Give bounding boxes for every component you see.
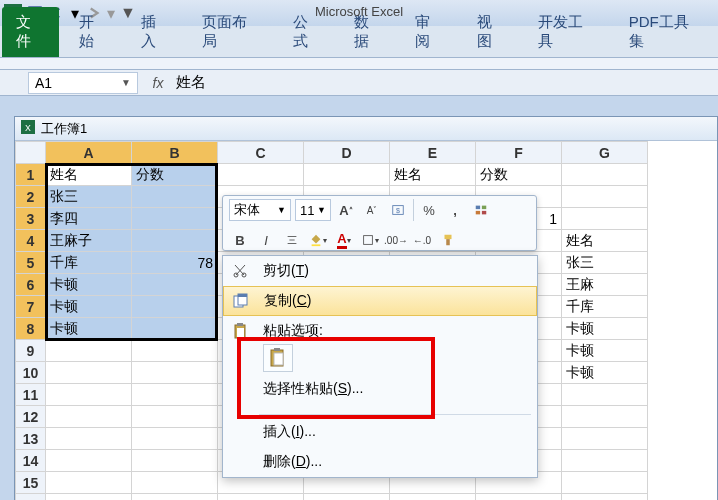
align-center-icon[interactable] <box>281 229 303 251</box>
cell-A3[interactable]: 李四 <box>46 208 132 230</box>
col-header-A[interactable]: A <box>46 142 132 164</box>
cell-A6[interactable]: 卡顿 <box>46 274 132 296</box>
paste-default-button[interactable] <box>263 344 293 372</box>
borders-icon[interactable]: ▾ <box>359 229 381 251</box>
cell-A10[interactable] <box>46 362 132 384</box>
col-header-B[interactable]: B <box>132 142 218 164</box>
tab-review[interactable]: 审阅 <box>399 7 460 57</box>
tab-view[interactable]: 视图 <box>461 7 522 57</box>
tab-developer[interactable]: 开发工具 <box>522 7 613 57</box>
workbook-titlebar[interactable]: X 工作簿1 <box>15 117 717 141</box>
italic-button[interactable]: I <box>255 229 277 251</box>
font-select[interactable]: 宋体▼ <box>229 199 291 221</box>
menu-paste-special[interactable]: 选择性粘贴(S)... <box>263 380 537 398</box>
row-header-11[interactable]: 11 <box>16 384 46 406</box>
row-header-12[interactable]: 12 <box>16 406 46 428</box>
fill-color-icon[interactable]: ▾ <box>307 229 329 251</box>
row-header-13[interactable]: 13 <box>16 428 46 450</box>
cell-B2[interactable] <box>132 186 218 208</box>
svg-rect-26 <box>238 294 247 297</box>
comma-icon[interactable]: , <box>444 199 466 221</box>
tab-pdf[interactable]: PDF工具集 <box>613 7 718 57</box>
cell-G6[interactable]: 王麻 <box>562 274 648 296</box>
tab-insert[interactable]: 插入 <box>125 7 186 57</box>
increase-font-icon[interactable]: A˄ <box>335 199 357 221</box>
font-size-select[interactable]: 11▼ <box>295 199 331 221</box>
cell-G7[interactable]: 千库 <box>562 296 648 318</box>
cell-A9[interactable] <box>46 340 132 362</box>
format-painter-icon[interactable] <box>437 229 459 251</box>
formula-bar-row: A1 ▼ fx 姓名 <box>0 70 718 96</box>
cell-F1[interactable]: 分数 <box>476 164 562 186</box>
cell-B5[interactable]: 78 <box>132 252 218 274</box>
row-header-16[interactable]: 16 <box>16 494 46 501</box>
cell-G10[interactable]: 卡顿 <box>562 362 648 384</box>
cell-C1[interactable] <box>218 164 304 186</box>
tab-pagelayout[interactable]: 页面布局 <box>186 7 277 57</box>
cell-B9[interactable] <box>132 340 218 362</box>
row-header-2[interactable]: 2 <box>16 186 46 208</box>
row-header-4[interactable]: 4 <box>16 230 46 252</box>
row-header-7[interactable]: 7 <box>16 296 46 318</box>
cell-G9[interactable]: 卡顿 <box>562 340 648 362</box>
cell-E1[interactable]: 姓名 <box>390 164 476 186</box>
row-header-15[interactable]: 15 <box>16 472 46 494</box>
accounting-format-icon[interactable]: $ <box>387 199 409 221</box>
cell-G3[interactable] <box>562 208 648 230</box>
cell-G2[interactable] <box>562 186 648 208</box>
col-header-E[interactable]: E <box>390 142 476 164</box>
cell-B8[interactable] <box>132 318 218 340</box>
fx-icon[interactable]: fx <box>148 75 168 91</box>
cell-D1[interactable] <box>304 164 390 186</box>
row-header-14[interactable]: 14 <box>16 450 46 472</box>
formula-bar-value[interactable]: 姓名 <box>176 73 206 92</box>
row-header-10[interactable]: 10 <box>16 362 46 384</box>
cell-B3[interactable] <box>132 208 218 230</box>
col-header-D[interactable]: D <box>304 142 390 164</box>
chevron-down-icon[interactable]: ▼ <box>121 77 131 88</box>
decrease-decimal-icon[interactable]: ←.0 <box>411 229 433 251</box>
bold-button[interactable]: B <box>229 229 251 251</box>
row-header-3[interactable]: 3 <box>16 208 46 230</box>
col-header-G[interactable]: G <box>562 142 648 164</box>
font-color-icon[interactable]: A▾ <box>333 229 355 251</box>
menu-cut[interactable]: 剪切(T) <box>223 256 537 286</box>
decrease-font-icon[interactable]: A˅ <box>361 199 383 221</box>
cell-A7[interactable]: 卡顿 <box>46 296 132 318</box>
cell-styles-icon[interactable] <box>470 199 492 221</box>
cell-B1[interactable]: 分数 <box>132 164 218 186</box>
cell-B7[interactable] <box>132 296 218 318</box>
cell-B6[interactable] <box>132 274 218 296</box>
menu-copy-label: 复制(C) <box>264 292 311 310</box>
select-all-corner[interactable] <box>16 142 46 164</box>
cell-G5[interactable]: 张三 <box>562 252 648 274</box>
row-header-9[interactable]: 9 <box>16 340 46 362</box>
cell-A1[interactable]: 姓名 <box>46 164 132 186</box>
row-header-1[interactable]: 1 <box>16 164 46 186</box>
cell-A4[interactable]: 王麻子 <box>46 230 132 252</box>
menu-insert[interactable]: 插入(I)... <box>223 417 537 447</box>
cell-A8[interactable]: 卡顿 <box>46 318 132 340</box>
cell-A2[interactable]: 张三 <box>46 186 132 208</box>
menu-copy[interactable]: 复制(C) <box>223 286 537 316</box>
col-header-C[interactable]: C <box>218 142 304 164</box>
name-box-value: A1 <box>35 75 52 91</box>
tab-file[interactable]: 文件 <box>2 7 59 57</box>
row-header-5[interactable]: 5 <box>16 252 46 274</box>
percent-icon[interactable]: % <box>418 199 440 221</box>
col-header-F[interactable]: F <box>476 142 562 164</box>
cell-G1[interactable] <box>562 164 648 186</box>
menu-delete[interactable]: 删除(D)... <box>223 447 537 477</box>
cell-G4[interactable]: 姓名 <box>562 230 648 252</box>
name-box[interactable]: A1 ▼ <box>28 72 138 94</box>
tab-home[interactable]: 开始 <box>63 7 124 57</box>
menu-divider <box>259 414 531 415</box>
paste-options-section: 粘贴选项: 选择性粘贴(S)... <box>223 316 537 412</box>
increase-decimal-icon[interactable]: .00→ <box>385 229 407 251</box>
row-header-6[interactable]: 6 <box>16 274 46 296</box>
cell-A5[interactable]: 千库 <box>46 252 132 274</box>
row-header-8[interactable]: 8 <box>16 318 46 340</box>
cell-G8[interactable]: 卡顿 <box>562 318 648 340</box>
cell-B10[interactable] <box>132 362 218 384</box>
cell-B4[interactable] <box>132 230 218 252</box>
